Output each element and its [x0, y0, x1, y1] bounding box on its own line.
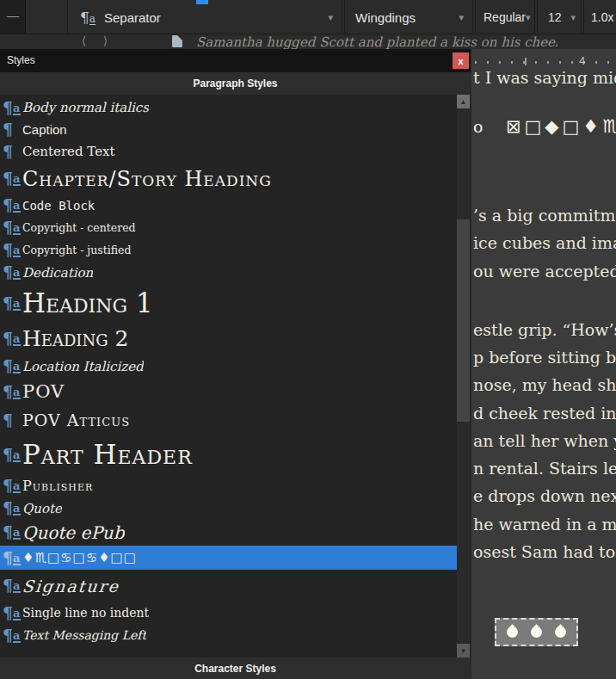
- ruler-major-tick: [525, 58, 527, 65]
- paragraph-char-style-icon: ¶a: [3, 331, 22, 346]
- chevron-down-icon: ▾: [459, 12, 464, 23]
- style-item-heading-2[interactable]: ¶aHeading 2: [0, 322, 457, 355]
- document-text-line: nose, my head shakin: [473, 375, 616, 394]
- paragraph-char-style-icon: ¶a: [3, 101, 22, 115]
- style-item-location-italicized[interactable]: ¶aLocation Italicized: [0, 355, 457, 378]
- document-text-line: ’s a big commitment: [473, 206, 616, 225]
- paragraph-style-icon: ¶a: [80, 10, 95, 25]
- document-text-fragment: o: [473, 117, 483, 136]
- document-text-line: d cheek rested in the: [473, 404, 616, 423]
- paragraph-style-dropdown[interactable]: ¶a Separator ▾: [67, 0, 342, 34]
- style-item-separator-selected[interactable]: ¶a♦♏□♋□♋♦□□: [0, 546, 457, 570]
- paragraph-style-value: Separator: [104, 10, 161, 25]
- wingdings-separator-glyphs: ⊠□◆□♦♏●: [506, 116, 616, 137]
- document-text-line: estle grip. “How’s A: [473, 320, 616, 339]
- paragraph-char-style-icon: ¶a: [3, 359, 22, 373]
- style-item-centered-text[interactable]: ¶aCentered Text: [0, 140, 457, 163]
- font-family-dropdown[interactable]: Wingdings ▾: [344, 0, 473, 34]
- document-text-line: p before sitting back: [473, 348, 616, 367]
- styles-panel-titlebar[interactable]: Styles x: [0, 49, 471, 72]
- style-item-quote-epub[interactable]: ¶aQuote ePub: [0, 519, 457, 546]
- formatting-toolbar: ¶a Separator ▾ Wingdings ▾ Regular ▾ 12 …: [0, 0, 616, 34]
- line-spacing-value: 1.0x 16: [591, 10, 616, 24]
- minimize-icon[interactable]: —: [7, 9, 19, 22]
- ruler-number: 4: [579, 54, 585, 67]
- style-item-caption[interactable]: ¶aCaption: [0, 118, 457, 140]
- style-item-text-messaging-left[interactable]: ¶aText Messaging Left: [0, 624, 457, 646]
- paragraph-styles-header: Paragraph Styles: [0, 72, 471, 95]
- paragraph-style-list: ¶aBody normal italics ¶aCaption ¶aCenter…: [0, 95, 457, 657]
- ruler-ticks: [475, 61, 616, 64]
- styles-panel: Styles x Paragraph Styles ¶aBody normal …: [0, 49, 471, 679]
- document-icon: [172, 35, 182, 47]
- font-family-value: Wingdings: [355, 10, 416, 25]
- drop-icon: [528, 624, 544, 639]
- paragraph-style-icon: ¶a: [3, 122, 22, 137]
- paragraph-char-style-icon: ¶a: [3, 265, 22, 280]
- paragraph-char-style-icon: ¶a: [3, 606, 22, 620]
- style-item-dedication[interactable]: ¶aDedication: [0, 261, 457, 284]
- ruler: 4: [471, 56, 616, 68]
- selected-separator-block[interactable]: [495, 618, 578, 646]
- paragraph-char-style-icon: ¶a: [3, 551, 22, 565]
- paragraph-char-style-icon: ¶a: [3, 501, 22, 515]
- style-item-heading-1[interactable]: ¶aHeading 1: [0, 284, 457, 322]
- scroll-down-icon[interactable]: ▼: [457, 644, 470, 657]
- scroll-up-icon[interactable]: ▲: [457, 95, 470, 108]
- font-size-dropdown[interactable]: 12 ▾: [537, 0, 582, 34]
- paragraph-char-style-icon: ¶a: [3, 385, 22, 399]
- style-item-signature[interactable]: ¶aSignature: [0, 570, 457, 602]
- style-item-code-block[interactable]: ¶aCode Block: [0, 194, 457, 216]
- chevron-down-icon: ▾: [328, 12, 333, 23]
- nav-forward-button[interactable]: ⟩: [103, 34, 108, 47]
- drop-icon: [552, 624, 568, 639]
- style-item-pov[interactable]: ¶aPOV: [0, 378, 457, 405]
- breadcrumb: Samantha hugged Scott and planted a kiss…: [196, 34, 557, 50]
- chevron-down-icon: ▾: [526, 12, 531, 23]
- font-size-value: 12: [548, 10, 562, 24]
- paragraph-char-style-icon: ¶a: [3, 296, 22, 311]
- style-item-part-header[interactable]: ¶aPart Header: [0, 435, 457, 474]
- paragraph-char-style-icon: ¶a: [3, 578, 22, 593]
- document-text-line: ou were accepted.”: [473, 262, 616, 281]
- chevron-down-icon: ▾: [570, 12, 576, 23]
- style-item-pov-atticus[interactable]: ¶aPOV Atticus: [0, 405, 457, 435]
- document-text-line: t I was saying mid-ser: [473, 68, 616, 87]
- document-area: 4 t I was saying mid-ser o ⊠□◆□♦♏● ’s a …: [471, 49, 616, 679]
- paragraph-char-style-icon: ¶a: [3, 220, 22, 235]
- paragraph-style-icon: ¶a: [3, 145, 22, 159]
- paragraph-char-style-icon: ¶a: [3, 171, 22, 186]
- document-separator-line: o ⊠□◆□♦♏●: [473, 116, 616, 137]
- paragraph-char-style-icon: ¶a: [3, 628, 22, 643]
- style-item-copyright-justified[interactable]: ¶aCopyright - justified: [0, 238, 457, 261]
- document-text-line: osest Sam had to on: [473, 542, 616, 561]
- character-styles-header: Character Styles: [0, 657, 471, 679]
- paragraph-char-style-icon: ¶a: [3, 525, 22, 540]
- paragraph-style-icon: ¶a: [3, 413, 22, 428]
- paragraph-char-style-icon: ¶a: [3, 448, 22, 462]
- styles-panel-title: Styles: [7, 54, 35, 66]
- close-icon[interactable]: x: [453, 52, 469, 69]
- style-item-quote[interactable]: ¶aQuote: [0, 497, 457, 519]
- app-window: ¶a Separator ▾ Wingdings ▾ Regular ▾ 12 …: [0, 0, 616, 679]
- document-text-line: he warned in a mock: [473, 515, 616, 534]
- style-item-body-normal-italics[interactable]: ¶aBody normal italics: [0, 97, 457, 118]
- style-item-chapter-story-heading[interactable]: ¶aChapter/Story Heading: [0, 163, 457, 194]
- style-item-copyright-centered[interactable]: ¶aCopyright - centered: [0, 216, 457, 238]
- paragraph-char-style-icon: ¶a: [3, 198, 22, 213]
- scrollbar-thumb[interactable]: [457, 219, 470, 422]
- paragraph-char-style-icon: ¶a: [3, 478, 22, 493]
- document-text-line: an tell her when you: [473, 431, 616, 450]
- paragraph-char-style-icon: ¶a: [3, 243, 22, 257]
- document-text-line: ice cubes and imagi: [473, 233, 616, 252]
- document-text-line: e drops down next to: [473, 486, 616, 505]
- styles-scrollbar[interactable]: ▲ ▼: [457, 95, 470, 657]
- navigation-row: ⟨ ⟩ Samantha hugged Scott and planted a …: [0, 34, 616, 49]
- nav-back-button[interactable]: ⟨: [82, 34, 86, 47]
- style-item-single-line-no-indent[interactable]: ¶aSingle line no indent: [0, 602, 457, 624]
- style-item-publisher[interactable]: ¶aPublisher: [0, 474, 457, 497]
- font-weight-dropdown[interactable]: Regular ▾: [475, 0, 535, 34]
- drop-icon: [504, 624, 520, 639]
- line-spacing-control[interactable]: 1.0x 16: [583, 0, 616, 34]
- document-text-line: n rental. Stairs leadin: [473, 459, 616, 478]
